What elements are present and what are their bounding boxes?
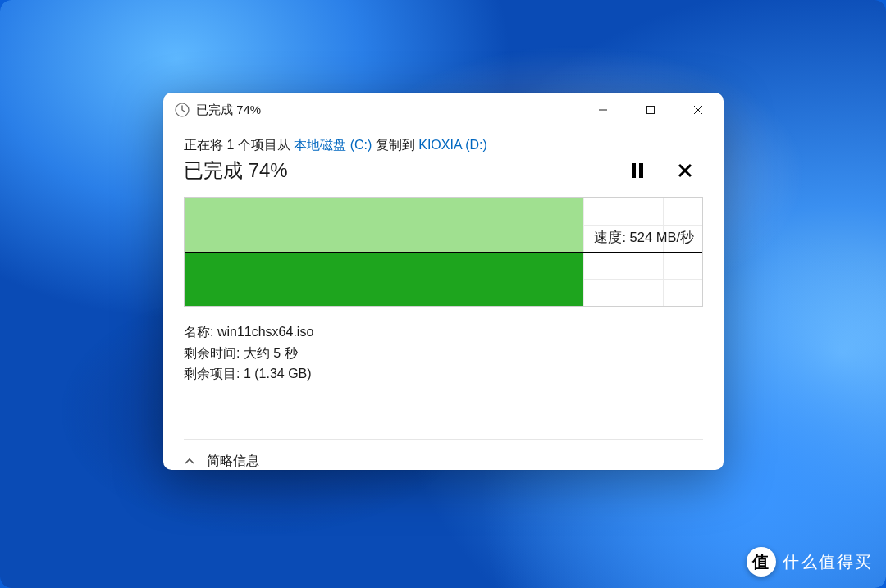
file-copy-dialog: 已完成 74% 正在将 1 个项目从 本地磁盘 (C:) 复制到 KIOXIA …	[163, 93, 724, 470]
copy-middle: 复制到	[372, 138, 418, 152]
transfer-details: 名称: win11chsx64.iso 剩余时间: 大约 5 秒 剩余项目: 1…	[184, 321, 703, 385]
watermark-badge: 值	[747, 547, 776, 577]
detail-name: 名称: win11chsx64.iso	[184, 321, 703, 343]
speed-chart: 速度: 524 MB/秒	[184, 197, 703, 307]
footer: 简略信息	[163, 440, 724, 470]
close-button[interactable]	[674, 94, 722, 125]
cancel-button[interactable]	[674, 159, 696, 182]
chevron-up-icon[interactable]	[184, 456, 195, 467]
copy-prefix: 正在将 1 个项目从	[184, 138, 294, 152]
svg-rect-5	[632, 163, 636, 178]
copy-description: 正在将 1 个项目从 本地磁盘 (C:) 复制到 KIOXIA (D:)	[184, 137, 703, 154]
detail-items: 剩余项目: 1 (1.34 GB)	[184, 363, 703, 385]
dest-link[interactable]: KIOXIA (D:)	[418, 138, 487, 152]
titlebar[interactable]: 已完成 74%	[163, 93, 724, 127]
chart-midline	[185, 252, 702, 253]
watermark: 值 什么值得买	[747, 547, 873, 577]
dialog-content: 正在将 1 个项目从 本地磁盘 (C:) 复制到 KIOXIA (D:) 已完成…	[163, 127, 724, 417]
pause-button[interactable]	[626, 159, 649, 182]
chart-fill-upper	[185, 198, 583, 252]
svg-rect-6	[639, 163, 643, 178]
svg-rect-2	[647, 107, 655, 114]
progress-label: 已完成 74%	[184, 157, 288, 184]
window-controls	[579, 94, 722, 125]
details-toggle[interactable]: 简略信息	[207, 453, 259, 470]
source-link[interactable]: 本地磁盘 (C:)	[294, 138, 372, 152]
speed-label: 速度: 524 MB/秒	[594, 229, 694, 247]
detail-time: 剩余时间: 大约 5 秒	[184, 343, 703, 364]
clock-icon	[175, 103, 190, 117]
window-title: 已完成 74%	[196, 103, 261, 118]
maximize-button[interactable]	[627, 94, 674, 125]
chart-fill-lower	[185, 252, 583, 306]
minimize-button[interactable]	[579, 94, 627, 125]
watermark-text: 什么值得买	[783, 551, 873, 573]
progress-row: 已完成 74%	[184, 157, 703, 184]
